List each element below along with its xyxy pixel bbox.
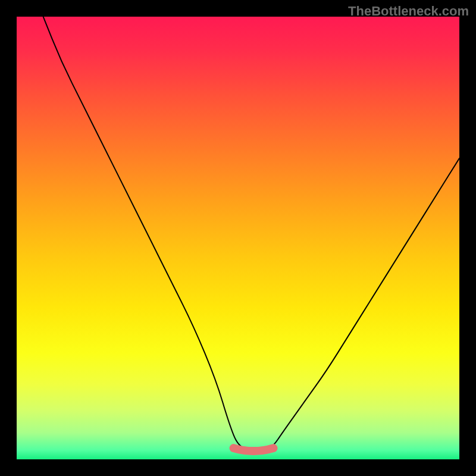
highlight-segment bbox=[234, 448, 274, 451]
chart-container: TheBottleneck.com bbox=[0, 0, 476, 476]
bottleneck-curve-path bbox=[43, 17, 459, 450]
plot-area bbox=[17, 17, 459, 459]
curve-svg bbox=[17, 17, 459, 459]
watermark-text: TheBottleneck.com bbox=[348, 4, 469, 19]
